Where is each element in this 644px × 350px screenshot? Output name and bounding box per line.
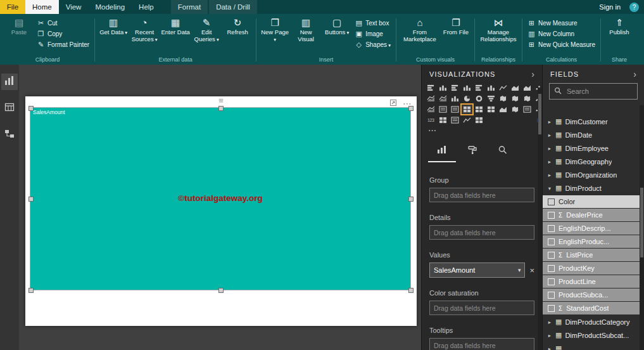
fields-table-row[interactable]: ▸▦DimDate: [543, 128, 640, 141]
decomposition-tree-icon[interactable]: [462, 115, 472, 125]
paste-button[interactable]: ▤ Paste: [4, 16, 34, 37]
edit-queries-button[interactable]: ✎ Edit Queries: [191, 16, 222, 44]
tab-fields[interactable]: [428, 143, 456, 162]
file-menu-button[interactable]: File: [0, 0, 25, 14]
from-marketplace-button[interactable]: ⌂ From Marketplace: [400, 16, 440, 44]
multi-row-card-icon[interactable]: [438, 105, 448, 114]
color-saturation-well[interactable]: Drag data fields here: [429, 301, 534, 315]
tab-data-drill[interactable]: Data / Drill: [209, 0, 257, 14]
table-icon[interactable]: [474, 105, 484, 114]
resize-handle[interactable]: [28, 106, 34, 111]
clustered-column-chart-icon[interactable]: [462, 83, 472, 93]
details-well[interactable]: Drag data fields here: [429, 225, 534, 240]
fields-scrollbar[interactable]: [640, 105, 644, 350]
copy-button[interactable]: ❐Copy: [35, 29, 91, 39]
fields-table-row[interactable]: ▸▦DimEmployee: [543, 141, 640, 155]
visual-drag-handle-icon[interactable]: ≡: [25, 96, 417, 105]
waterfall-chart-icon[interactable]: [450, 94, 460, 103]
map-icon[interactable]: [498, 94, 508, 103]
get-data-button[interactable]: ▥ Get Data: [98, 16, 129, 37]
data-view-button[interactable]: [1, 100, 18, 117]
field-item[interactable]: ProductLine: [543, 275, 640, 288]
collapse-pane-icon[interactable]: ›: [531, 71, 534, 78]
fields-table-row[interactable]: ▸▦DimProductCategory: [543, 315, 640, 328]
funnel-chart-icon[interactable]: [486, 94, 496, 103]
donut-chart-icon[interactable]: [474, 94, 484, 103]
card-icon[interactable]: 123: [426, 115, 436, 125]
field-item[interactable]: ProductKey: [543, 262, 640, 275]
new-visual-button[interactable]: ▥ New Visual: [291, 16, 321, 44]
image-button[interactable]: ▣Image: [353, 29, 393, 39]
field-checkbox[interactable]: [548, 278, 555, 285]
remove-field-icon[interactable]: ×: [529, 266, 534, 275]
visualizations-scrollbar[interactable]: [538, 88, 542, 350]
q-and-a-icon[interactable]: [450, 115, 460, 125]
field-item[interactable]: ΣDealerPrice: [543, 209, 640, 221]
shape-map-icon[interactable]: [522, 94, 533, 103]
pie-chart-icon[interactable]: [462, 94, 472, 103]
chevron-right-icon[interactable]: ▸: [547, 159, 552, 165]
shapes-button[interactable]: ◇Shapes: [353, 39, 393, 49]
custom-visual-icon[interactable]: [474, 115, 484, 125]
resize-handle[interactable]: [218, 106, 224, 111]
field-checkbox[interactable]: [548, 238, 555, 245]
paginated-report-icon[interactable]: [438, 115, 448, 125]
model-view-button[interactable]: [1, 127, 18, 143]
field-item[interactable]: ΣListPrice: [543, 249, 640, 261]
chevron-right-icon[interactable]: ▸: [547, 172, 552, 178]
from-file-button[interactable]: ❐ From File: [441, 16, 471, 37]
kpi-icon[interactable]: [426, 105, 436, 114]
help-icon[interactable]: ?: [629, 3, 639, 12]
new-column-button[interactable]: ▥New Column: [526, 29, 597, 39]
tab-help[interactable]: Help: [132, 0, 161, 14]
buttons-button[interactable]: ▢ Buttons: [322, 16, 352, 37]
tab-analytics[interactable]: [489, 143, 517, 162]
cut-button[interactable]: ✂Cut: [35, 18, 91, 28]
field-checkbox[interactable]: [548, 252, 555, 259]
fields-table-row[interactable]: ▸▦DimGeography: [543, 155, 640, 168]
values-field-pill[interactable]: SalesAmount ▾: [429, 262, 525, 278]
chevron-right-icon[interactable]: ▸: [547, 145, 552, 152]
chevron-right-icon[interactable]: ▸: [547, 319, 552, 325]
fields-table-row[interactable]: ▸▦DimProductSubcat...: [543, 328, 640, 342]
tab-format[interactable]: [458, 143, 486, 162]
text-box-button[interactable]: ▤Text box: [353, 18, 393, 28]
enter-data-button[interactable]: ▦ Enter Data: [160, 16, 191, 37]
resize-handle[interactable]: [408, 197, 414, 202]
resize-handle[interactable]: [218, 288, 224, 293]
line-chart-icon[interactable]: [498, 83, 508, 93]
manage-relationships-button[interactable]: ⋈ Manage Relationships: [478, 16, 519, 44]
ribbon-chart-icon[interactable]: [498, 105, 508, 114]
100-stacked-column-chart-icon[interactable]: [486, 83, 496, 93]
tab-view[interactable]: View: [59, 0, 89, 14]
stacked-bar-chart-icon[interactable]: [426, 83, 436, 93]
resize-handle[interactable]: [28, 288, 34, 293]
python-visual-icon[interactable]: [522, 105, 533, 114]
field-checkbox[interactable]: [548, 305, 555, 312]
report-canvas[interactable]: ≡ ⋯ SalesAmount ©tutorialgateway.org: [19, 65, 421, 350]
refresh-button[interactable]: ↻ Refresh: [222, 16, 253, 37]
collapse-pane-icon[interactable]: ›: [633, 71, 636, 78]
stacked-area-chart-icon[interactable]: [522, 83, 533, 93]
field-item[interactable]: EnglishProduc...: [543, 235, 640, 248]
field-checkbox[interactable]: [548, 198, 555, 205]
field-checkbox[interactable]: [548, 225, 555, 232]
resize-handle[interactable]: [408, 106, 414, 111]
field-dropdown-caret-icon[interactable]: ▾: [518, 267, 521, 273]
arcgis-map-icon[interactable]: [510, 105, 521, 114]
fields-table-row[interactable]: ▸▦DimOrganization: [543, 168, 640, 181]
area-chart-icon[interactable]: [510, 83, 521, 93]
chevron-right-icon[interactable]: ▸: [547, 346, 552, 350]
treemap-visual[interactable]: SalesAmount ©tutorialgateway.org: [30, 108, 410, 290]
field-item[interactable]: ProductSubca...: [543, 288, 640, 301]
chevron-down-icon[interactable]: ▾: [547, 185, 552, 191]
resize-handle[interactable]: [408, 288, 414, 293]
line-and-stacked-column-chart-icon[interactable]: [426, 94, 436, 103]
recent-sources-button[interactable]: ◔ Recent Sources: [129, 16, 160, 44]
fields-table-row[interactable]: ▸▦DimCustomer: [543, 115, 640, 128]
100-stacked-bar-chart-icon[interactable]: [474, 83, 484, 93]
line-and-clustered-column-chart-icon[interactable]: [438, 94, 448, 103]
publish-button[interactable]: ⇑ Publish: [604, 16, 635, 37]
sign-in-button[interactable]: Sign in: [599, 3, 621, 11]
field-item[interactable]: ΣStandardCost: [543, 302, 640, 314]
